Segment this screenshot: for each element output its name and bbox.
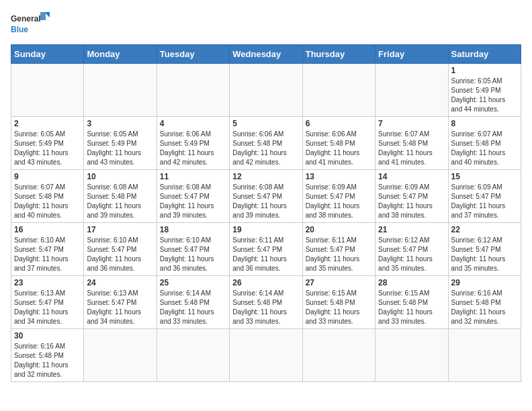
day-number: 25 — [160, 278, 226, 287]
calendar-week-row: 30Sunrise: 6:16 AM Sunset: 5:48 PM Dayli… — [11, 329, 521, 382]
svg-text:Blue: Blue — [11, 25, 28, 34]
day-info: Sunrise: 6:14 AM Sunset: 5:48 PM Dayligh… — [232, 289, 299, 326]
day-number: 23 — [14, 278, 81, 287]
day-info: Sunrise: 6:07 AM Sunset: 5:48 PM Dayligh… — [378, 130, 445, 167]
calendar-day-cell: 6Sunrise: 6:06 AM Sunset: 5:48 PM Daylig… — [302, 117, 375, 170]
day-number: 8 — [451, 119, 518, 128]
day-number: 11 — [160, 172, 226, 181]
calendar-day-cell: 11Sunrise: 6:08 AM Sunset: 5:47 PM Dayli… — [157, 170, 229, 223]
calendar-day-cell: 2Sunrise: 6:05 AM Sunset: 5:49 PM Daylig… — [11, 117, 84, 170]
calendar-day-cell: 30Sunrise: 6:16 AM Sunset: 5:48 PM Dayli… — [11, 329, 84, 382]
day-of-week-header: Saturday — [448, 45, 521, 64]
calendar-day-cell: 8Sunrise: 6:07 AM Sunset: 5:48 PM Daylig… — [448, 117, 521, 170]
day-of-week-header: Tuesday — [157, 45, 229, 64]
calendar-day-cell — [375, 64, 448, 117]
day-number: 28 — [378, 278, 445, 287]
day-number: 22 — [451, 225, 518, 234]
calendar-day-cell — [302, 64, 375, 117]
calendar-day-cell: 23Sunrise: 6:13 AM Sunset: 5:47 PM Dayli… — [11, 276, 84, 329]
calendar-week-row: 23Sunrise: 6:13 AM Sunset: 5:47 PM Dayli… — [11, 276, 521, 329]
day-info: Sunrise: 6:07 AM Sunset: 5:48 PM Dayligh… — [451, 130, 518, 167]
day-of-week-header: Friday — [375, 45, 448, 64]
calendar-header-row: SundayMondayTuesdayWednesdayThursdayFrid… — [11, 45, 521, 64]
calendar-day-cell: 22Sunrise: 6:12 AM Sunset: 5:47 PM Dayli… — [448, 223, 521, 276]
day-of-week-header: Sunday — [11, 45, 84, 64]
day-info: Sunrise: 6:16 AM Sunset: 5:48 PM Dayligh… — [451, 289, 518, 326]
day-info: Sunrise: 6:09 AM Sunset: 5:47 PM Dayligh… — [451, 183, 518, 220]
day-number: 24 — [87, 278, 153, 287]
calendar-day-cell — [302, 329, 375, 382]
day-info: Sunrise: 6:08 AM Sunset: 5:47 PM Dayligh… — [160, 183, 226, 220]
day-number: 26 — [232, 278, 299, 287]
day-info: Sunrise: 6:06 AM Sunset: 5:49 PM Dayligh… — [160, 130, 226, 167]
calendar-day-cell: 14Sunrise: 6:09 AM Sunset: 5:47 PM Dayli… — [375, 170, 448, 223]
svg-text:General: General — [11, 14, 41, 24]
calendar-day-cell: 7Sunrise: 6:07 AM Sunset: 5:48 PM Daylig… — [375, 117, 448, 170]
day-info: Sunrise: 6:10 AM Sunset: 5:47 PM Dayligh… — [14, 236, 81, 273]
calendar-week-row: 9Sunrise: 6:07 AM Sunset: 5:48 PM Daylig… — [11, 170, 521, 223]
day-number: 6 — [306, 119, 372, 128]
calendar-day-cell — [11, 64, 84, 117]
calendar-day-cell: 19Sunrise: 6:11 AM Sunset: 5:47 PM Dayli… — [230, 223, 302, 276]
day-info: Sunrise: 6:08 AM Sunset: 5:47 PM Dayligh… — [232, 183, 299, 220]
day-number: 7 — [378, 119, 445, 128]
calendar-day-cell — [375, 329, 448, 382]
calendar-day-cell — [84, 329, 157, 382]
day-number: 10 — [87, 172, 153, 181]
day-number: 12 — [232, 172, 299, 181]
day-number: 27 — [306, 278, 372, 287]
day-info: Sunrise: 6:06 AM Sunset: 5:48 PM Dayligh… — [306, 130, 372, 167]
calendar-day-cell: 9Sunrise: 6:07 AM Sunset: 5:48 PM Daylig… — [11, 170, 84, 223]
day-info: Sunrise: 6:12 AM Sunset: 5:47 PM Dayligh… — [451, 236, 518, 273]
day-info: Sunrise: 6:12 AM Sunset: 5:47 PM Dayligh… — [378, 236, 445, 273]
day-info: Sunrise: 6:15 AM Sunset: 5:48 PM Dayligh… — [306, 289, 372, 326]
calendar-day-cell: 20Sunrise: 6:11 AM Sunset: 5:47 PM Dayli… — [302, 223, 375, 276]
day-number: 13 — [306, 172, 372, 181]
day-number: 20 — [306, 225, 372, 234]
day-number: 30 — [14, 331, 81, 340]
generalblue-logo-icon: General Blue — [11, 11, 51, 38]
day-info: Sunrise: 6:11 AM Sunset: 5:47 PM Dayligh… — [306, 236, 372, 273]
day-info: Sunrise: 6:10 AM Sunset: 5:47 PM Dayligh… — [87, 236, 153, 273]
calendar-day-cell: 27Sunrise: 6:15 AM Sunset: 5:48 PM Dayli… — [302, 276, 375, 329]
calendar-day-cell: 16Sunrise: 6:10 AM Sunset: 5:47 PM Dayli… — [11, 223, 84, 276]
day-of-week-header: Thursday — [302, 45, 375, 64]
day-info: Sunrise: 6:06 AM Sunset: 5:48 PM Dayligh… — [232, 130, 299, 167]
calendar-day-cell: 21Sunrise: 6:12 AM Sunset: 5:47 PM Dayli… — [375, 223, 448, 276]
day-number: 21 — [378, 225, 445, 234]
day-number: 18 — [160, 225, 226, 234]
day-number: 17 — [87, 225, 153, 234]
day-number: 2 — [14, 119, 81, 128]
calendar-day-cell — [230, 64, 302, 117]
calendar-table: SundayMondayTuesdayWednesdayThursdayFrid… — [11, 44, 521, 382]
calendar-day-cell — [157, 64, 229, 117]
day-info: Sunrise: 6:13 AM Sunset: 5:47 PM Dayligh… — [14, 289, 81, 326]
day-info: Sunrise: 6:05 AM Sunset: 5:49 PM Dayligh… — [87, 130, 153, 167]
day-of-week-header: Wednesday — [230, 45, 302, 64]
calendar-day-cell — [448, 329, 521, 382]
calendar-day-cell: 1Sunrise: 6:05 AM Sunset: 5:49 PM Daylig… — [448, 64, 521, 117]
calendar-day-cell: 29Sunrise: 6:16 AM Sunset: 5:48 PM Dayli… — [448, 276, 521, 329]
day-number: 9 — [14, 172, 81, 181]
calendar-day-cell — [230, 329, 302, 382]
day-number: 29 — [451, 278, 518, 287]
calendar-day-cell: 4Sunrise: 6:06 AM Sunset: 5:49 PM Daylig… — [157, 117, 229, 170]
day-info: Sunrise: 6:09 AM Sunset: 5:47 PM Dayligh… — [306, 183, 372, 220]
page-header: General Blue — [11, 11, 521, 38]
day-info: Sunrise: 6:07 AM Sunset: 5:48 PM Dayligh… — [14, 183, 81, 220]
calendar-day-cell — [84, 64, 157, 117]
day-of-week-header: Monday — [84, 45, 157, 64]
calendar-day-cell: 24Sunrise: 6:13 AM Sunset: 5:47 PM Dayli… — [84, 276, 157, 329]
day-number: 3 — [87, 119, 153, 128]
calendar-day-cell — [157, 329, 229, 382]
calendar-day-cell: 25Sunrise: 6:14 AM Sunset: 5:48 PM Dayli… — [157, 276, 229, 329]
calendar-day-cell: 18Sunrise: 6:10 AM Sunset: 5:47 PM Dayli… — [157, 223, 229, 276]
calendar-day-cell: 26Sunrise: 6:14 AM Sunset: 5:48 PM Dayli… — [230, 276, 302, 329]
calendar-day-cell: 3Sunrise: 6:05 AM Sunset: 5:49 PM Daylig… — [84, 117, 157, 170]
day-info: Sunrise: 6:16 AM Sunset: 5:48 PM Dayligh… — [14, 342, 81, 379]
svg-marker-2 — [40, 12, 46, 20]
calendar-day-cell: 10Sunrise: 6:08 AM Sunset: 5:48 PM Dayli… — [84, 170, 157, 223]
day-info: Sunrise: 6:11 AM Sunset: 5:47 PM Dayligh… — [232, 236, 299, 273]
calendar-day-cell: 5Sunrise: 6:06 AM Sunset: 5:48 PM Daylig… — [230, 117, 302, 170]
day-number: 15 — [451, 172, 518, 181]
